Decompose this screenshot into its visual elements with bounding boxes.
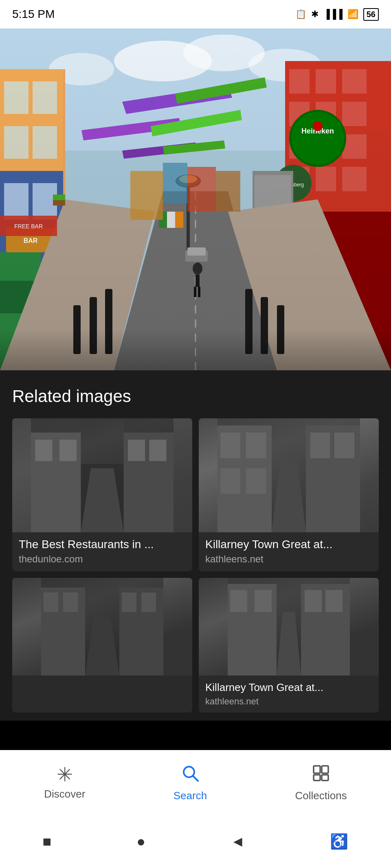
partial-card-2[interactable]: Killarney Town Great at... kathleens.net: [199, 578, 379, 713]
nav-item-search[interactable]: Search: [157, 759, 223, 806]
svg-rect-84: [128, 440, 145, 461]
svg-rect-108: [230, 590, 247, 612]
svg-rect-103: [141, 593, 156, 612]
related-section: Related images The Best: [0, 370, 391, 721]
image-thumb-1: [12, 418, 192, 532]
partial-thumb-2: [199, 578, 379, 676]
svg-rect-117: [322, 775, 328, 781]
image-thumb-2: [199, 418, 379, 532]
android-circle-btn[interactable]: ●: [136, 833, 145, 850]
svg-rect-90: [220, 433, 240, 458]
bluetooth-icon: ✱: [311, 9, 319, 20]
svg-rect-111: [325, 590, 343, 612]
nav-label-discover: Discover: [44, 788, 85, 800]
status-icons: 📋 ✱ ▐▐▐ 📶 56: [295, 8, 379, 21]
image-card-1[interactable]: The Best Restaurants in ... thedunloe.co…: [12, 418, 192, 571]
svg-rect-92: [310, 433, 330, 458]
status-time: 5:15 PM: [12, 8, 55, 21]
partial-thumb-1: [12, 578, 192, 676]
svg-rect-100: [44, 593, 58, 612]
svg-rect-83: [59, 440, 77, 461]
battery-icon: 56: [363, 8, 379, 21]
svg-rect-94: [220, 468, 240, 494]
status-bar: 5:15 PM 📋 ✱ ▐▐▐ 📶 56: [0, 0, 391, 28]
card-source-1: thedunloe.com: [19, 553, 186, 565]
svg-rect-91: [246, 433, 266, 458]
nav-label-collections: Collections: [295, 789, 347, 802]
image-card-2[interactable]: Killarney Town Great at... kathleens.net: [199, 418, 379, 571]
card-source-2: kathleens.net: [205, 553, 372, 565]
partial-info-2: Killarney Town Great at... kathleens.net: [199, 676, 379, 713]
svg-rect-85: [149, 440, 167, 461]
wifi-icon: 📶: [347, 9, 358, 20]
android-back-btn[interactable]: ◄: [231, 833, 245, 850]
calendar-icon: 📋: [295, 9, 306, 20]
svg-rect-114: [314, 766, 320, 773]
card-info-2: Killarney Town Great at... kathleens.net: [199, 532, 379, 571]
nav-label-search: Search: [174, 789, 207, 802]
signal-icon: ▐▐▐: [323, 9, 343, 20]
svg-rect-101: [63, 593, 78, 612]
svg-rect-102: [122, 593, 136, 612]
svg-rect-82: [35, 440, 53, 461]
android-square-btn[interactable]: ■: [42, 833, 51, 850]
card-title-2: Killarney Town Great at...: [205, 538, 372, 551]
nav-item-collections[interactable]: Collections: [279, 759, 363, 806]
discover-icon: ✳: [57, 765, 73, 785]
svg-rect-95: [246, 468, 266, 494]
svg-line-113: [193, 776, 198, 781]
card-title-1: The Best Restaurants in ...: [19, 538, 186, 551]
photo-gradient: [0, 330, 391, 370]
android-nav: ■ ● ◄ ♿: [0, 815, 391, 868]
svg-rect-116: [314, 775, 320, 781]
svg-rect-115: [322, 766, 328, 773]
svg-rect-93: [334, 433, 354, 458]
partial-title-2: Killarney Town Great at...: [205, 681, 372, 694]
partial-card-1[interactable]: [12, 578, 192, 713]
nav-item-discover[interactable]: ✳ Discover: [28, 761, 101, 805]
android-accessibility-btn[interactable]: ♿: [330, 833, 348, 850]
partial-source-2: kathleens.net: [205, 696, 372, 707]
svg-rect-77: [0, 28, 391, 370]
image-grid: The Best Restaurants in ... thedunloe.co…: [12, 418, 379, 571]
main-photo: BAR Heineken Carlsberg: [0, 28, 391, 370]
related-images-title: Related images: [12, 387, 379, 406]
svg-rect-109: [255, 590, 272, 612]
bottom-nav: ✳ Discover Search Collections: [0, 750, 391, 815]
card-info-1: The Best Restaurants in ... thedunloe.co…: [12, 532, 192, 571]
search-icon: [180, 763, 200, 786]
svg-rect-110: [305, 590, 322, 612]
collections-icon: [311, 763, 331, 786]
partial-image-row: Killarney Town Great at... kathleens.net: [12, 578, 379, 713]
